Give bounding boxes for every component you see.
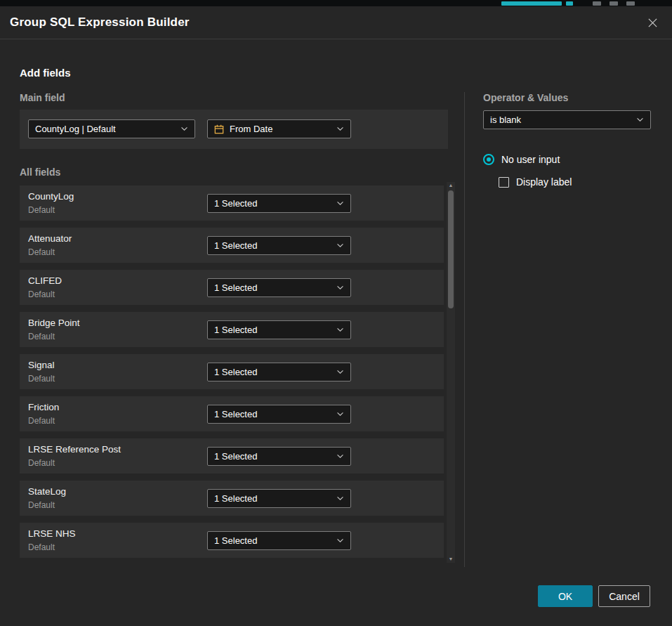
- field-row: Friction Default 1 Selected: [20, 396, 444, 431]
- scrollbar[interactable]: ▲ ▼: [447, 182, 455, 563]
- scrollbar-thumb[interactable]: [448, 190, 454, 308]
- scrollbar-up-arrow[interactable]: ▲: [447, 183, 455, 188]
- field-name: Bridge Point: [28, 318, 80, 328]
- field-selected-dropdown[interactable]: 1 Selected: [207, 320, 351, 339]
- screen: Group SQL Expression Builder Add fields …: [0, 0, 672, 626]
- chevron-down-icon: [336, 201, 344, 206]
- field-sublabel: Default: [28, 289, 55, 299]
- field-row: CountyLog Default 1 Selected: [20, 185, 444, 221]
- field-row: LRSE NHS Default 1 Selected: [20, 523, 444, 558]
- app-underlay-fragment: [593, 1, 601, 6]
- chevron-down-icon: [336, 412, 344, 417]
- radio-selected-icon: [483, 154, 494, 165]
- chevron-down-icon: [336, 454, 344, 459]
- field-name: LRSE NHS: [28, 528, 76, 539]
- field-selected-dropdown[interactable]: 1 Selected: [207, 405, 351, 424]
- main-field-select-value: From Date: [230, 124, 272, 134]
- main-field-panel: CountyLog | Default From Date: [20, 110, 448, 149]
- calendar-icon: [214, 124, 224, 134]
- field-name: Attenuator: [28, 233, 72, 244]
- main-field-select[interactable]: From Date: [207, 119, 351, 138]
- main-field-label: Main field: [20, 92, 65, 103]
- field-selected-dropdown-label: 1 Selected: [214, 409, 257, 419]
- app-underlay-strip: [0, 0, 672, 6]
- field-row: Signal Default 1 Selected: [20, 354, 444, 389]
- close-icon[interactable]: [643, 13, 662, 32]
- field-selected-dropdown[interactable]: 1 Selected: [207, 489, 351, 508]
- field-name: Friction: [28, 402, 59, 412]
- field-selected-dropdown[interactable]: 1 Selected: [207, 531, 351, 550]
- field-selected-dropdown[interactable]: 1 Selected: [207, 194, 351, 213]
- field-sublabel: Default: [28, 458, 55, 468]
- field-row: Attenuator Default 1 Selected: [20, 228, 444, 263]
- chevron-down-icon: [180, 126, 188, 131]
- no-user-input-radio[interactable]: No user input: [483, 154, 560, 165]
- field-sublabel: Default: [28, 500, 55, 510]
- display-label-label: Display label: [516, 176, 572, 188]
- field-selected-dropdown-label: 1 Selected: [214, 367, 257, 377]
- field-row: LRSE Reference Post Default 1 Selected: [20, 438, 444, 474]
- all-fields-label: All fields: [20, 167, 60, 178]
- field-row: CLIFED Default 1 Selected: [20, 270, 444, 305]
- checkbox-unchecked-icon: [499, 177, 509, 188]
- operator-select[interactable]: is blank: [483, 110, 651, 129]
- chevron-down-icon: [336, 243, 344, 248]
- display-label-checkbox[interactable]: Display label: [499, 176, 572, 188]
- dialog-title: Group SQL Expression Builder: [10, 15, 190, 30]
- field-selected-dropdown-label: 1 Selected: [214, 240, 257, 251]
- main-layer-select-value: CountyLog | Default: [35, 124, 116, 134]
- field-selected-dropdown-label: 1 Selected: [214, 282, 257, 293]
- app-underlay-fragment: [566, 1, 573, 6]
- chevron-down-icon: [336, 538, 344, 543]
- field-selected-dropdown-label: 1 Selected: [214, 325, 257, 335]
- app-underlay-fragment: [610, 1, 618, 6]
- field-sublabel: Default: [28, 374, 55, 384]
- field-sublabel: Default: [28, 416, 55, 426]
- field-selected-dropdown-label: 1 Selected: [214, 451, 257, 462]
- no-user-input-label: No user input: [501, 154, 560, 165]
- field-selected-dropdown-label: 1 Selected: [214, 198, 257, 209]
- chevron-down-icon: [636, 117, 644, 122]
- main-layer-select[interactable]: CountyLog | Default: [28, 119, 195, 138]
- all-fields-list: CountyLog Default 1 Selected Attenuator …: [20, 185, 444, 558]
- chevron-down-icon: [336, 496, 344, 501]
- field-selected-dropdown[interactable]: 1 Selected: [207, 236, 351, 255]
- field-sublabel: Default: [28, 332, 55, 341]
- ok-button[interactable]: OK: [538, 585, 593, 607]
- chevron-down-icon: [336, 126, 344, 131]
- field-name: CountyLog: [28, 191, 74, 202]
- chevron-down-icon: [336, 285, 344, 290]
- app-underlay-fragment: [626, 1, 635, 6]
- field-row: StateLog Default 1 Selected: [20, 481, 444, 516]
- vertical-divider: [464, 92, 465, 567]
- field-selected-dropdown-label: 1 Selected: [214, 493, 257, 504]
- field-selected-dropdown[interactable]: 1 Selected: [207, 278, 351, 297]
- field-selected-dropdown[interactable]: 1 Selected: [207, 363, 351, 382]
- operator-values-heading: Operator & Values: [483, 92, 568, 103]
- field-name: StateLog: [28, 486, 66, 497]
- dialog-header: Group SQL Expression Builder: [0, 6, 672, 39]
- operator-select-value: is blank: [490, 115, 521, 125]
- group-sql-expression-builder-dialog: Group SQL Expression Builder Add fields …: [0, 6, 672, 626]
- field-sublabel: Default: [28, 542, 55, 552]
- field-name: Signal: [28, 360, 55, 370]
- field-name: LRSE Reference Post: [28, 444, 121, 455]
- close-x-glyph: [647, 18, 658, 28]
- add-fields-heading: Add fields: [20, 67, 71, 79]
- chevron-down-icon: [336, 370, 344, 374]
- scrollbar-down-arrow[interactable]: ▼: [447, 556, 455, 562]
- field-name: CLIFED: [28, 275, 62, 286]
- app-underlay-fragment: [501, 1, 562, 6]
- field-selected-dropdown[interactable]: 1 Selected: [207, 447, 351, 466]
- chevron-down-icon: [336, 327, 344, 332]
- field-selected-dropdown-label: 1 Selected: [214, 535, 257, 546]
- cancel-button[interactable]: Cancel: [598, 585, 650, 607]
- field-row: Bridge Point Default 1 Selected: [20, 312, 444, 347]
- field-sublabel: Default: [28, 205, 55, 215]
- field-sublabel: Default: [28, 247, 55, 257]
